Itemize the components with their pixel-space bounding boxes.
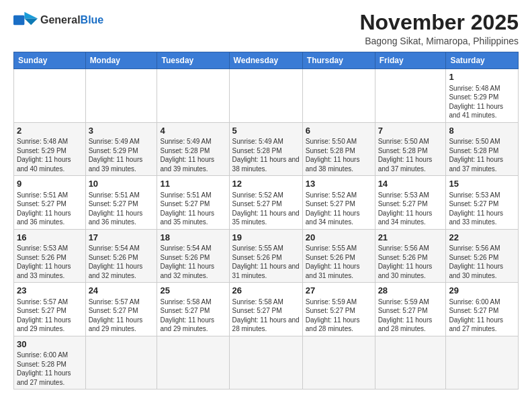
logo-blue: Blue — [81, 14, 104, 26]
day-cell — [302, 69, 375, 123]
day-number: 23 — [17, 285, 83, 297]
day-cell — [229, 69, 302, 123]
day-info: Sunrise: 5:49 AM Sunset: 5:28 PM Dayligh… — [160, 137, 226, 173]
day-info: Sunrise: 5:50 AM Sunset: 5:28 PM Dayligh… — [378, 137, 443, 173]
day-cell — [302, 336, 375, 390]
day-cell: 13Sunrise: 5:52 AM Sunset: 5:27 PM Dayli… — [302, 176, 375, 230]
week-row-5: 23Sunrise: 5:57 AM Sunset: 5:27 PM Dayli… — [14, 283, 519, 336]
day-info: Sunrise: 5:51 AM Sunset: 5:27 PM Dayligh… — [89, 191, 154, 227]
day-cell: 25Sunrise: 5:58 AM Sunset: 5:27 PM Dayli… — [157, 283, 229, 336]
day-number: 5 — [232, 125, 300, 137]
header-tuesday: Tuesday — [157, 52, 229, 69]
day-cell: 14Sunrise: 5:53 AM Sunset: 5:27 PM Dayli… — [375, 176, 446, 230]
day-cell: 1Sunrise: 5:48 AM Sunset: 5:29 PM Daylig… — [446, 69, 519, 123]
day-number: 6 — [306, 125, 372, 137]
day-info: Sunrise: 5:55 AM Sunset: 5:26 PM Dayligh… — [306, 244, 372, 280]
logo-general: General — [40, 14, 81, 26]
week-row-2: 2Sunrise: 5:48 AM Sunset: 5:29 PM Daylig… — [14, 122, 519, 176]
day-cell: 30Sunrise: 6:00 AM Sunset: 5:28 PM Dayli… — [14, 336, 86, 390]
logo-text-area: GeneralBlue — [40, 14, 103, 26]
day-number: 13 — [306, 178, 372, 190]
day-cell — [446, 336, 519, 390]
day-cell: 2Sunrise: 5:48 AM Sunset: 5:29 PM Daylig… — [14, 122, 86, 176]
week-row-6: 30Sunrise: 6:00 AM Sunset: 5:28 PM Dayli… — [14, 336, 519, 390]
header-saturday: Saturday — [446, 52, 519, 69]
day-cell — [157, 336, 229, 390]
day-info: Sunrise: 5:48 AM Sunset: 5:29 PM Dayligh… — [17, 137, 83, 173]
day-cell: 12Sunrise: 5:52 AM Sunset: 5:27 PM Dayli… — [229, 176, 302, 230]
day-number: 15 — [449, 178, 515, 190]
day-info: Sunrise: 5:58 AM Sunset: 5:27 PM Dayligh… — [232, 298, 300, 334]
day-cell: 7Sunrise: 5:50 AM Sunset: 5:28 PM Daylig… — [375, 122, 446, 176]
day-cell: 22Sunrise: 5:56 AM Sunset: 5:26 PM Dayli… — [446, 229, 519, 283]
day-number: 16 — [17, 232, 83, 244]
day-info: Sunrise: 5:51 AM Sunset: 5:27 PM Dayligh… — [17, 191, 83, 227]
day-cell: 28Sunrise: 5:59 AM Sunset: 5:27 PM Dayli… — [375, 283, 446, 336]
day-number: 20 — [306, 232, 372, 244]
svg-marker-1 — [24, 12, 38, 19]
day-cell: 3Sunrise: 5:49 AM Sunset: 5:29 PM Daylig… — [85, 122, 157, 176]
day-info: Sunrise: 5:57 AM Sunset: 5:27 PM Dayligh… — [89, 298, 154, 334]
day-info: Sunrise: 5:54 AM Sunset: 5:26 PM Dayligh… — [160, 244, 226, 280]
day-info: Sunrise: 5:50 AM Sunset: 5:28 PM Dayligh… — [449, 137, 515, 173]
day-cell: 15Sunrise: 5:53 AM Sunset: 5:27 PM Dayli… — [446, 176, 519, 230]
day-cell: 5Sunrise: 5:49 AM Sunset: 5:28 PM Daylig… — [229, 122, 302, 176]
week-row-1: 1Sunrise: 5:48 AM Sunset: 5:29 PM Daylig… — [14, 69, 519, 123]
day-info: Sunrise: 6:00 AM Sunset: 5:27 PM Dayligh… — [449, 298, 515, 334]
day-number: 1 — [449, 71, 515, 83]
logo: GeneralBlue — [13, 11, 103, 30]
days-header-row: SundayMondayTuesdayWednesdayThursdayFrid… — [14, 52, 519, 69]
header-sunday: Sunday — [14, 52, 86, 69]
day-info: Sunrise: 5:58 AM Sunset: 5:27 PM Dayligh… — [160, 298, 226, 334]
generalblue-logo-icon — [13, 11, 38, 30]
day-cell: 4Sunrise: 5:49 AM Sunset: 5:28 PM Daylig… — [157, 122, 229, 176]
day-info: Sunrise: 5:59 AM Sunset: 5:27 PM Dayligh… — [306, 298, 372, 334]
header-friday: Friday — [375, 52, 446, 69]
day-info: Sunrise: 5:50 AM Sunset: 5:28 PM Dayligh… — [306, 137, 372, 173]
day-number: 25 — [160, 285, 226, 297]
header-monday: Monday — [85, 52, 157, 69]
day-cell — [375, 336, 446, 390]
title-area: November 2025 Bagong Sikat, Mimaropa, Ph… — [359, 11, 519, 46]
calendar-table: SundayMondayTuesdayWednesdayThursdayFrid… — [13, 52, 519, 390]
day-number: 19 — [232, 232, 300, 244]
day-info: Sunrise: 5:52 AM Sunset: 5:27 PM Dayligh… — [232, 191, 300, 227]
day-number: 10 — [89, 178, 154, 190]
day-cell: 18Sunrise: 5:54 AM Sunset: 5:26 PM Dayli… — [157, 229, 229, 283]
header-wednesday: Wednesday — [229, 52, 302, 69]
day-info: Sunrise: 6:00 AM Sunset: 5:28 PM Dayligh… — [17, 351, 83, 387]
day-cell: 8Sunrise: 5:50 AM Sunset: 5:28 PM Daylig… — [446, 122, 519, 176]
day-number: 22 — [449, 232, 515, 244]
header: GeneralBlue November 2025 Bagong Sikat, … — [13, 11, 519, 46]
day-info: Sunrise: 5:59 AM Sunset: 5:27 PM Dayligh… — [378, 298, 443, 334]
day-number: 21 — [378, 232, 443, 244]
day-cell: 11Sunrise: 5:51 AM Sunset: 5:27 PM Dayli… — [157, 176, 229, 230]
location-subtitle: Bagong Sikat, Mimaropa, Philippines — [359, 36, 519, 46]
day-cell: 21Sunrise: 5:56 AM Sunset: 5:26 PM Dayli… — [375, 229, 446, 283]
day-number: 28 — [378, 285, 443, 297]
day-info: Sunrise: 5:53 AM Sunset: 5:27 PM Dayligh… — [378, 191, 443, 227]
svg-marker-2 — [24, 19, 38, 26]
day-number: 8 — [449, 125, 515, 137]
day-cell: 6Sunrise: 5:50 AM Sunset: 5:28 PM Daylig… — [302, 122, 375, 176]
day-info: Sunrise: 5:49 AM Sunset: 5:29 PM Dayligh… — [89, 137, 154, 173]
day-info: Sunrise: 5:57 AM Sunset: 5:27 PM Dayligh… — [17, 298, 83, 334]
day-number: 2 — [17, 125, 83, 137]
day-cell — [85, 336, 157, 390]
day-number: 12 — [232, 178, 300, 190]
day-cell — [229, 336, 302, 390]
day-number: 9 — [17, 178, 83, 190]
day-number: 11 — [160, 178, 226, 190]
day-number: 18 — [160, 232, 226, 244]
day-cell — [85, 69, 157, 123]
day-cell: 23Sunrise: 5:57 AM Sunset: 5:27 PM Dayli… — [14, 283, 86, 336]
day-cell: 9Sunrise: 5:51 AM Sunset: 5:27 PM Daylig… — [14, 176, 86, 230]
day-info: Sunrise: 5:54 AM Sunset: 5:26 PM Dayligh… — [89, 244, 154, 280]
day-info: Sunrise: 5:56 AM Sunset: 5:26 PM Dayligh… — [378, 244, 443, 280]
day-number: 24 — [89, 285, 154, 297]
day-cell: 24Sunrise: 5:57 AM Sunset: 5:27 PM Dayli… — [85, 283, 157, 336]
day-cell: 10Sunrise: 5:51 AM Sunset: 5:27 PM Dayli… — [85, 176, 157, 230]
svg-rect-0 — [13, 15, 24, 26]
day-info: Sunrise: 5:49 AM Sunset: 5:28 PM Dayligh… — [232, 137, 300, 173]
day-cell — [375, 69, 446, 123]
